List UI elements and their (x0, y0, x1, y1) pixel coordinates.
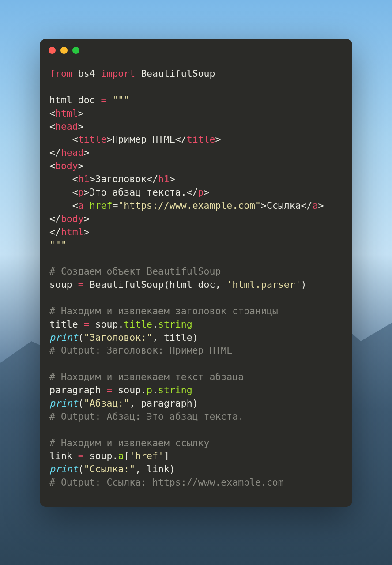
comment-line: # Находим и извлекаем текст абзаца (49, 371, 244, 382)
window-titlebar (40, 39, 352, 59)
code-window: from bs4 import BeautifulSoup html_doc =… (40, 39, 352, 507)
maximize-icon[interactable] (72, 47, 79, 54)
minimize-icon[interactable] (60, 47, 68, 54)
comment-line: # Output: Ссылка: https://www.example.co… (49, 477, 284, 488)
code-content: from bs4 import BeautifulSoup html_doc =… (40, 59, 352, 489)
comment-line: # Output: Заголовок: Пример HTML (49, 345, 232, 356)
close-icon[interactable] (49, 47, 56, 54)
print-call: print (49, 332, 78, 343)
print-call: print (49, 398, 78, 409)
comment-line: # Output: Абзац: Это абзац текста. (49, 411, 244, 422)
print-call: print (49, 463, 78, 475)
comment-line: # Создаем объект BeautifulSoup (49, 266, 221, 277)
keyword-from: from (49, 68, 72, 79)
comment-line: # Находим и извлекаем ссылку (49, 437, 209, 448)
keyword-import: import (101, 68, 136, 79)
comment-line: # Находим и извлекаем заголовок страницы (49, 305, 278, 316)
